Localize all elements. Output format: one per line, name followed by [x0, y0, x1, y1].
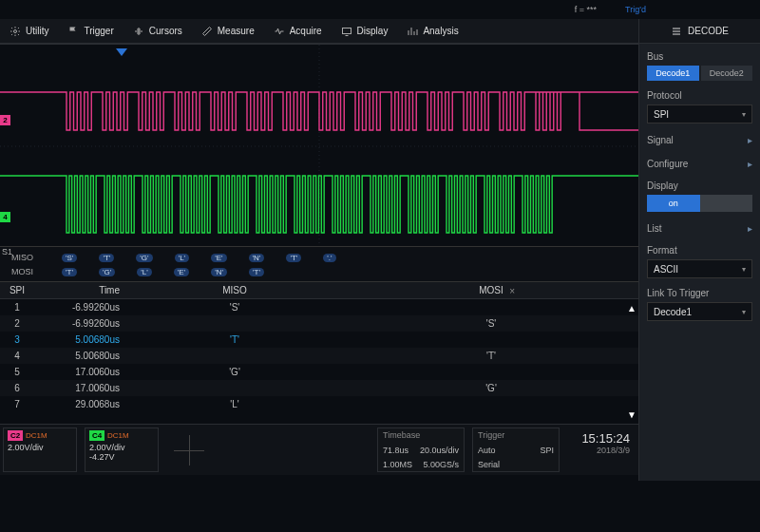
ch2-marker[interactable]: 2: [0, 115, 10, 125]
configure-link[interactable]: Configure▸: [647, 157, 752, 171]
cursors-icon: [133, 26, 144, 37]
ch2-box[interactable]: C2DC1M 2.00V/div: [3, 428, 77, 472]
scroll-down-icon[interactable]: ▼: [627, 409, 636, 420]
col-spi[interactable]: SPI: [0, 285, 34, 295]
menu-analysis[interactable]: Analysis: [397, 26, 467, 37]
table-row[interactable]: 517.0060us'G': [0, 364, 638, 380]
decode-pill: 'T': [249, 268, 264, 276]
acquire-icon: [274, 26, 285, 37]
ruler-icon: [201, 26, 213, 37]
menu-display[interactable]: Display: [332, 26, 398, 37]
nav-cross[interactable]: [170, 431, 208, 469]
decode-pill: 'G': [99, 268, 115, 276]
link-trigger-label: Link To Trigger: [647, 288, 752, 298]
clock: 15:15:24 2018/3/9: [567, 428, 636, 472]
decode-pill: 'T': [99, 254, 114, 262]
table-row[interactable]: 35.00680us'T': [0, 332, 638, 348]
decode-panel: Bus Decode1 Decode2 Protocol SPI▾ Signal…: [638, 44, 760, 481]
protocol-label: Protocol: [647, 90, 752, 101]
decode-pill: 'G': [136, 254, 152, 262]
chevron-down-icon: ▾: [742, 265, 746, 274]
format-dropdown[interactable]: ASCII▾: [647, 259, 752, 278]
decode-pill: 'S': [62, 254, 77, 262]
flag-icon: [67, 26, 79, 37]
ch4-box[interactable]: C4DC1M 2.00V/div -4.27V: [85, 428, 159, 472]
chevron-down-icon: ▾: [742, 110, 746, 119]
protocol-dropdown[interactable]: SPI▾: [647, 104, 752, 124]
table-row[interactable]: 2-6.99260us'S': [0, 315, 638, 332]
scroll-up-icon[interactable]: ▲: [627, 303, 636, 314]
decode-pill: 'N': [249, 254, 265, 262]
waveform-area[interactable]: 2 4: [0, 44, 638, 247]
decode-pill: 'L': [175, 254, 190, 262]
table-row[interactable]: 1-6.99260us'S': [0, 299, 638, 315]
trigger-state: Trig'd: [625, 5, 646, 14]
decode-pill: 'E': [174, 268, 189, 276]
format-label: Format: [647, 245, 752, 256]
menubar: Utility Trigger Cursors Measure Acquire …: [0, 19, 760, 44]
display-toggle[interactable]: on: [647, 195, 752, 212]
chevron-right-icon: ▸: [748, 159, 752, 169]
close-icon[interactable]: ×: [509, 284, 515, 296]
svg-point-0: [14, 29, 17, 32]
link-trigger-dropdown[interactable]: Decode1▾: [647, 302, 752, 321]
chevron-right-icon: ▸: [748, 223, 752, 234]
table-row[interactable]: 45.00680us'T': [0, 348, 638, 364]
table-row[interactable]: 729.0068us'L': [0, 396, 638, 412]
signal-link[interactable]: Signal▸: [647, 133, 752, 147]
decode-miso-row: MISO 'S''T''G''L''E''N''T''.': [11, 250, 638, 264]
display-label: Display: [647, 180, 752, 191]
col-miso[interactable]: MISO: [125, 285, 344, 295]
display-icon: [341, 26, 352, 37]
menu-trigger[interactable]: Trigger: [58, 26, 123, 37]
decode-pill: 'N': [211, 268, 227, 276]
gear-icon: [10, 26, 21, 37]
chevron-down-icon: ▾: [742, 308, 746, 316]
table-row[interactable]: 617.0060us'G': [0, 380, 638, 396]
decode-pill: 'T': [286, 254, 301, 262]
list-link[interactable]: List▸: [647, 221, 752, 236]
tab-decode1[interactable]: Decode1: [647, 66, 699, 81]
svg-rect-1: [342, 28, 351, 33]
decode-table: SPI Time MISO MOSI × 1-6.99260us'S'2-6.9…: [0, 281, 638, 424]
status-bar: C2DC1M 2.00V/div C4DC1M 2.00V/div -4.27V…: [0, 424, 638, 475]
trigger-box[interactable]: Trigger AutoSPI Serial: [472, 428, 560, 472]
waveform-svg: [0, 45, 638, 247]
menu-cursors[interactable]: Cursors: [124, 26, 192, 37]
timebase-box[interactable]: Timebase 71.8us20.0us/div 1.00MS5.00GS/s: [377, 428, 465, 472]
menu-measure[interactable]: Measure: [192, 26, 264, 37]
decode-mosi-row: MOSI 'T''G''L''E''N''T': [11, 264, 638, 278]
list-icon: [671, 26, 682, 37]
col-mosi[interactable]: MOSI: [344, 285, 638, 295]
tab-decode2[interactable]: Decode2: [701, 66, 753, 81]
freq-readout: f = ***: [575, 5, 597, 14]
analysis-icon: [407, 26, 418, 37]
decode-pill: 'L': [137, 268, 152, 276]
menu-acquire[interactable]: Acquire: [264, 26, 332, 37]
decode-pill: '.': [323, 254, 335, 262]
ch4-marker[interactable]: 4: [0, 212, 10, 222]
panel-header[interactable]: DECODE: [638, 19, 760, 44]
decode-pill: 'T': [62, 268, 77, 276]
decode-lane: S1 MISO 'S''T''G''L''E''N''T''.' MOSI 'T…: [0, 247, 638, 281]
bus-label: Bus: [647, 51, 752, 62]
chevron-right-icon: ▸: [748, 135, 752, 145]
col-time[interactable]: Time: [34, 285, 125, 295]
decode-pill: 'E': [211, 254, 226, 262]
menu-utility[interactable]: Utility: [0, 26, 58, 37]
trigger-position-marker[interactable]: [116, 48, 127, 56]
